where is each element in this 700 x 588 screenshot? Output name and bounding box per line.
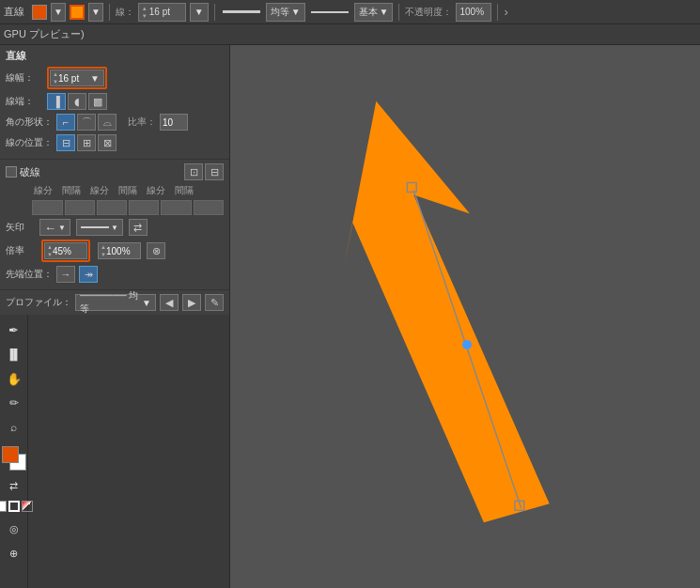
- dashed-checkbox[interactable]: [6, 166, 17, 178]
- dashed-panel: 破線 ⊡ ⊟ 線分 間隔 線分 間隔 線分 間隔: [0, 160, 229, 290]
- cap-row: 線端： ▐ ◖ ▩: [6, 93, 224, 110]
- position-row: 線の位置： ⊟ ⊞ ⊠: [6, 134, 224, 151]
- profile-prev-btn[interactable]: ◀: [160, 294, 179, 311]
- more-btn[interactable]: ›: [504, 5, 507, 19]
- stroke-panel: 直線 線幅： ▲▼ ▼ 線端： ▐ ◖ ▩: [0, 45, 229, 160]
- tip-pos-btn2[interactable]: ↠: [79, 266, 98, 283]
- arrow-end-select[interactable]: ▼: [76, 219, 123, 236]
- profile-next-btn[interactable]: ▶: [182, 294, 201, 311]
- gap-spin2[interactable]: [129, 200, 159, 215]
- gap-spin1[interactable]: [65, 200, 95, 215]
- seg-spin1[interactable]: [32, 200, 62, 215]
- profile-edit-btn[interactable]: ✎: [205, 294, 224, 311]
- opacity-label: 不透明度：: [405, 6, 452, 19]
- arrow-start-select[interactable]: ← ▼: [39, 219, 70, 236]
- tip-pos-btn1[interactable]: →: [56, 266, 75, 283]
- profile-arrow: ▼: [142, 298, 151, 308]
- tip-pos-label: 先端位置：: [6, 268, 53, 281]
- seg-spin2[interactable]: [97, 200, 127, 215]
- fill-mode-btn[interactable]: [0, 501, 7, 512]
- stroke-mode-btn[interactable]: [8, 501, 20, 512]
- canvas-area: [230, 45, 700, 588]
- opacity-spin[interactable]: [456, 3, 491, 22]
- rate-input2[interactable]: [106, 246, 132, 256]
- profile-panel: プロファイル： ─────── 均等 ▼ ◀ ▶ ✎: [0, 290, 229, 315]
- stroke-color-swatch[interactable]: [32, 5, 47, 20]
- pencil-tool-btn[interactable]: ✏: [3, 392, 25, 414]
- stroke-width-unit-dropdown[interactable]: ▼: [190, 3, 209, 22]
- width-spin-field[interactable]: ▲▼ ▼: [50, 70, 104, 86]
- ratio-input[interactable]: [163, 117, 183, 128]
- anchor-mid[interactable]: [462, 340, 472, 349]
- profile-dropdown[interactable]: ─────── 均等 ▼: [75, 294, 156, 311]
- seg-spin3[interactable]: [161, 200, 191, 215]
- stroke-panel-title: 直線: [6, 49, 224, 63]
- corner-row: 角の形状： ⌐ ⌒ ⌓ 比率：: [6, 114, 224, 131]
- gradient-tool-btn[interactable]: ◎: [3, 518, 25, 540]
- cap-round-btn[interactable]: ◖: [68, 93, 86, 110]
- corner-miter-btn[interactable]: ⌐: [56, 114, 75, 131]
- rate-link-btn[interactable]: ⊗: [147, 242, 165, 259]
- dashed-opt2[interactable]: ⊟: [205, 163, 224, 180]
- seg-label1: 線分: [34, 184, 60, 197]
- rate-input1[interactable]: [53, 246, 79, 256]
- gap-spin3[interactable]: [194, 200, 224, 215]
- rate-row: 倍率 ▲▼ ▲▼ ⊗: [6, 240, 224, 262]
- bar-tool-btn[interactable]: ▐▌: [3, 343, 25, 365]
- separator-3: [398, 4, 399, 21]
- rate-spin2[interactable]: ▲▼: [98, 242, 141, 259]
- color-mode-btns: [0, 501, 33, 512]
- hand-tool-btn[interactable]: ✋: [3, 367, 25, 390]
- tip-pos-row: 先端位置： → ↠: [6, 266, 224, 283]
- corner-bevel-btn[interactable]: ⌓: [98, 114, 117, 131]
- spin-arrows[interactable]: ▲▼: [142, 5, 148, 20]
- gpu-preview-label: GPU プレビュー): [4, 27, 85, 41]
- stroke-profile-dropdown[interactable]: 均等▼: [266, 3, 305, 22]
- stroke-preview-line: [223, 10, 260, 13]
- arrow-svg: [230, 45, 700, 588]
- stroke-width-row: 線幅： ▲▼ ▼: [6, 67, 224, 89]
- separator-4: [497, 4, 498, 21]
- secondary-toolbar: GPU プレビュー): [0, 24, 700, 45]
- cap-square-btn[interactable]: ▩: [88, 93, 107, 110]
- dashed-checkbox-label[interactable]: 破線: [6, 165, 40, 179]
- stroke-color-dropdown[interactable]: ▼: [51, 3, 66, 22]
- none-mode-btn[interactable]: [22, 501, 33, 512]
- gap-label2: 間隔: [118, 184, 145, 197]
- arrow-shape: [343, 101, 549, 522]
- arrow-label: 矢印: [6, 221, 38, 234]
- dashed-opt1[interactable]: ⊡: [184, 163, 203, 180]
- separator-2: [214, 4, 215, 21]
- width-label: 線幅：: [6, 71, 43, 85]
- tools-area: ✒ ▐▌ ✋ ✏ ⌕ ⇄ ◎ ⊕: [0, 315, 229, 588]
- cap-butt-btn[interactable]: ▐: [47, 93, 66, 110]
- pos-inside-btn[interactable]: ⊞: [77, 134, 96, 151]
- opacity-input[interactable]: [459, 7, 488, 17]
- ratio-spin[interactable]: [160, 114, 188, 131]
- zoom-tool-btn[interactable]: ⌕: [3, 416, 25, 439]
- tools-sidebar: ✒ ▐▌ ✋ ✏ ⌕ ⇄ ◎ ⊕: [0, 315, 28, 588]
- arrow-swap-btn[interactable]: ⇄: [129, 219, 148, 236]
- corner-round-btn[interactable]: ⌒: [77, 114, 96, 131]
- seg-label2: 線分: [90, 184, 117, 197]
- pos-outside-btn[interactable]: ⊠: [98, 134, 117, 151]
- stroke-base-dropdown[interactable]: 基本▼: [354, 3, 394, 22]
- pos-center-btn[interactable]: ⊟: [56, 134, 75, 151]
- width-unit-dropdown[interactable]: ▼: [88, 70, 101, 86]
- pos-icons: ⊟ ⊞ ⊠: [56, 134, 117, 151]
- pen-tool-btn[interactable]: ✒: [3, 318, 25, 341]
- zoom-out-tool-btn[interactable]: ⊕: [3, 542, 25, 565]
- stroke-width-input[interactable]: [149, 7, 182, 17]
- top-toolbar: 直線 ▼ ▼ 線： ▲▼ ▼ 均等▼ 基本▼ 不透明度： ›: [0, 0, 700, 24]
- fill-color-swatch[interactable]: [70, 5, 85, 20]
- main-area: 直線 線幅： ▲▼ ▼ 線端： ▐ ◖ ▩: [0, 45, 700, 588]
- switch-colors-btn[interactable]: ⇄: [3, 474, 25, 497]
- rate-spin1[interactable]: ▲▼: [44, 242, 87, 259]
- width-input[interactable]: [58, 73, 88, 84]
- stroke-base-line: [311, 11, 349, 13]
- fill-color-dropdown[interactable]: ▼: [88, 3, 103, 22]
- cap-icons: ▐ ◖ ▩: [47, 93, 107, 110]
- ratio-label: 比率：: [128, 116, 156, 129]
- stroke-width-spin[interactable]: ▲▼: [138, 3, 186, 22]
- stroke-swatch-front[interactable]: [2, 446, 19, 463]
